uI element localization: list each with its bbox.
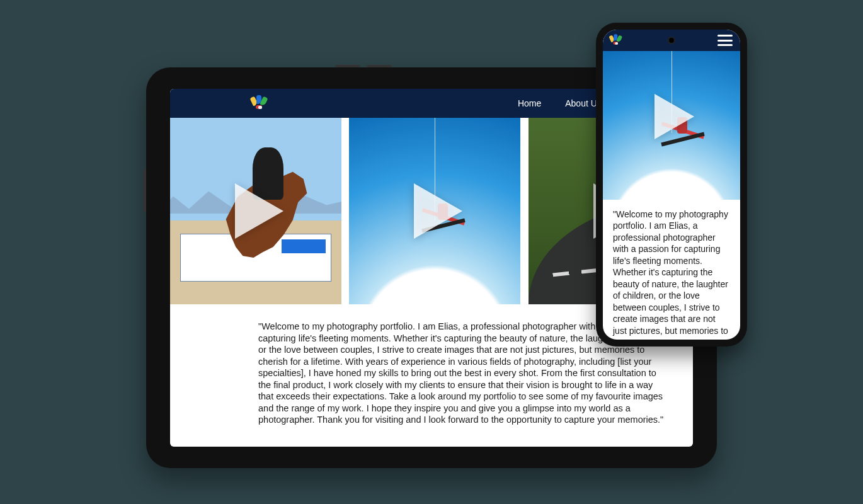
- phone-hero-video[interactable]: [603, 51, 740, 200]
- phone-device-frame: "Welcome to my photography portfolio. I …: [596, 23, 747, 346]
- video-card-ski[interactable]: [349, 118, 520, 304]
- svg-marker-3: [654, 94, 694, 139]
- play-icon[interactable]: [221, 176, 290, 246]
- video-card-horse[interactable]: [170, 118, 341, 304]
- hamburger-menu-icon[interactable]: [717, 35, 733, 46]
- tablet-hw-button-vol-down: [335, 65, 360, 67]
- svg-marker-1: [414, 183, 462, 239]
- nav-link-home[interactable]: Home: [518, 98, 541, 108]
- tablet-hw-button-side: [144, 168, 146, 212]
- site-logo[interactable]: [252, 96, 266, 110]
- svg-marker-0: [235, 183, 283, 239]
- logo-icon[interactable]: [610, 35, 621, 46]
- phone-navbar: [603, 30, 740, 51]
- play-icon[interactable]: [643, 88, 700, 145]
- play-icon[interactable]: [400, 176, 469, 246]
- phone-camera-notch: [669, 38, 674, 43]
- tablet-hw-button-vol-up: [367, 65, 392, 67]
- phone-intro-text: "Welcome to my photography portfolio. I …: [603, 200, 740, 340]
- logo-icon: [252, 96, 266, 110]
- phone-screen: "Welcome to my photography portfolio. I …: [603, 30, 740, 340]
